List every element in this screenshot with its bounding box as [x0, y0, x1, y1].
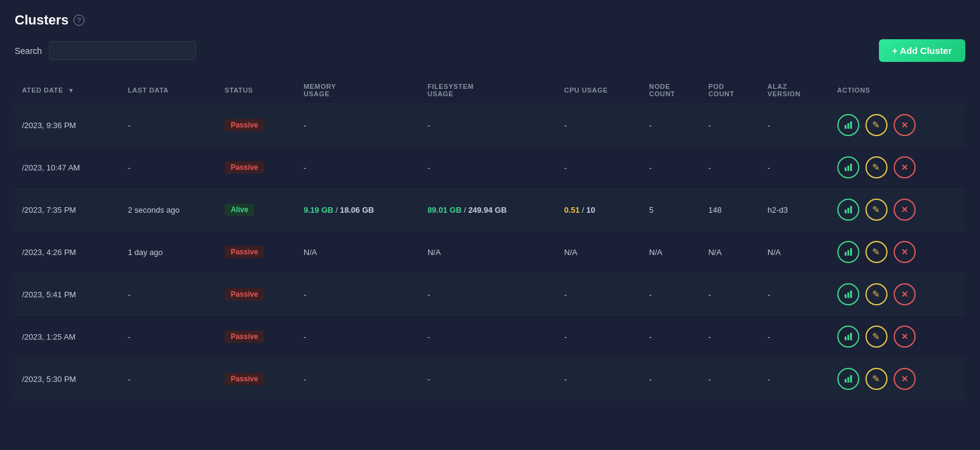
cell-node-count: - — [642, 316, 701, 358]
actions-cell: ✎✕ — [837, 326, 958, 348]
chart-icon — [844, 205, 853, 214]
cell-status: Passive — [217, 273, 296, 316]
actions-cell: ✎✕ — [837, 368, 958, 390]
actions-cell: ✎✕ — [837, 241, 958, 263]
cell-alaz-version: h2-d3 — [760, 189, 830, 231]
delete-button[interactable]: ✕ — [894, 326, 916, 348]
chart-button[interactable] — [837, 114, 859, 136]
edit-button[interactable]: ✎ — [865, 283, 888, 305]
cell-actions: ✎✕ — [830, 104, 965, 147]
edit-button[interactable]: ✎ — [865, 114, 888, 136]
close-icon: ✕ — [901, 374, 908, 384]
cell-alaz-version: - — [760, 104, 830, 147]
cell-pod-count: - — [701, 316, 760, 358]
chart-icon — [844, 121, 853, 129]
cell-node-count: 5 — [642, 189, 701, 231]
table-row: /2023, 5:30 PM-Passive------✎✕ — [15, 358, 965, 400]
cell-cpu: - — [557, 104, 642, 147]
svg-rect-5 — [850, 164, 852, 171]
cell-filesystem: - — [420, 316, 557, 358]
col-pod-count: PODCOUNT — [701, 77, 760, 104]
table-body: /2023, 9:36 PM-Passive------✎✕/2023, 10:… — [15, 104, 965, 400]
cell-status: Passive — [217, 147, 296, 189]
cpu-used: 0.51 — [564, 205, 579, 215]
svg-rect-17 — [850, 333, 852, 340]
chart-button[interactable] — [837, 368, 859, 390]
table-header-row: ATED DATE ▼ LAST DATA STATUS MEMORYUSAGE… — [15, 77, 965, 104]
close-icon: ✕ — [901, 247, 908, 257]
cell-memory: - — [296, 358, 420, 400]
cell-status: Passive — [217, 231, 296, 273]
delete-button[interactable]: ✕ — [894, 241, 916, 263]
search-label: Search — [15, 46, 42, 56]
header-top: Clusters ? — [15, 12, 965, 28]
actions-cell: ✎✕ — [837, 283, 958, 305]
cell-cpu: - — [557, 316, 642, 358]
memory-used: 9.19 GB — [304, 205, 333, 215]
cell-memory: - — [296, 316, 420, 358]
cell-pod-count: 148 — [701, 189, 760, 231]
chart-button[interactable] — [837, 283, 859, 305]
col-created-date[interactable]: ATED DATE ▼ — [15, 77, 121, 104]
cell-last-data: 1 day ago — [121, 231, 217, 273]
cell-cpu: - — [557, 273, 642, 316]
page-title: Clusters — [15, 12, 69, 28]
cell-created-date: /2023, 10:47 AM — [15, 147, 121, 189]
cell-status: Passive — [217, 104, 296, 147]
cell-pod-count: - — [701, 358, 760, 400]
svg-rect-1 — [847, 123, 849, 129]
sort-icon: ▼ — [68, 87, 75, 94]
delete-button[interactable]: ✕ — [894, 283, 916, 305]
svg-rect-14 — [850, 291, 852, 298]
svg-rect-11 — [850, 248, 852, 256]
cell-memory: - — [296, 273, 420, 316]
status-badge: Passive — [225, 330, 265, 343]
edit-button[interactable]: ✎ — [865, 326, 888, 348]
edit-button[interactable]: ✎ — [865, 156, 888, 178]
edit-button[interactable]: ✎ — [865, 199, 888, 221]
memory-separator: / — [333, 205, 340, 215]
fs-used: 89.01 GB — [428, 205, 462, 215]
table-row: /2023, 7:35 PM2 seconds agoAlive9.19 GB … — [15, 189, 965, 231]
table-row: /2023, 5:41 PM-Passive------✎✕ — [15, 273, 965, 316]
svg-rect-8 — [850, 206, 852, 213]
col-filesystem-usage: FILESYSTEMUSAGE — [420, 77, 557, 104]
edit-button[interactable]: ✎ — [865, 241, 888, 263]
delete-button[interactable]: ✕ — [894, 114, 916, 136]
chart-button[interactable] — [837, 199, 859, 221]
cell-last-data: - — [121, 316, 217, 358]
cell-memory: 9.19 GB / 18.06 GB — [296, 189, 420, 231]
delete-button[interactable]: ✕ — [894, 156, 916, 178]
delete-button[interactable]: ✕ — [894, 199, 916, 221]
add-cluster-button[interactable]: + Add Cluster — [879, 39, 965, 62]
actions-cell: ✎✕ — [837, 156, 958, 178]
cell-created-date: /2023, 1:25 AM — [15, 316, 121, 358]
col-node-count: NODECOUNT — [642, 77, 701, 104]
svg-rect-15 — [845, 337, 846, 340]
cell-filesystem: - — [420, 147, 557, 189]
edit-icon: ✎ — [872, 373, 880, 384]
chart-button[interactable] — [837, 156, 859, 178]
cell-created-date: /2023, 9:36 PM — [15, 104, 121, 147]
search-input[interactable] — [49, 41, 196, 60]
col-cpu-usage: CPU USAGE — [557, 77, 642, 104]
close-icon: ✕ — [901, 289, 908, 299]
cell-pod-count: - — [701, 147, 760, 189]
cell-pod-count: - — [701, 104, 760, 147]
edit-icon: ✎ — [872, 246, 880, 257]
cell-filesystem: 89.01 GB / 249.94 GB — [420, 189, 557, 231]
status-badge: Passive — [225, 246, 265, 258]
col-actions: ACTIONS — [830, 77, 965, 104]
edit-icon: ✎ — [872, 204, 880, 215]
cell-memory: - — [296, 104, 420, 147]
chart-button[interactable] — [837, 241, 859, 263]
help-icon[interactable]: ? — [74, 15, 85, 26]
cell-last-data: - — [121, 358, 217, 400]
cell-last-data: 2 seconds ago — [121, 189, 217, 231]
close-icon: ✕ — [901, 332, 908, 341]
cell-filesystem: N/A — [420, 231, 557, 273]
edit-button[interactable]: ✎ — [865, 368, 888, 390]
chart-button[interactable] — [837, 326, 859, 348]
delete-button[interactable]: ✕ — [894, 368, 916, 390]
svg-rect-13 — [847, 292, 849, 298]
